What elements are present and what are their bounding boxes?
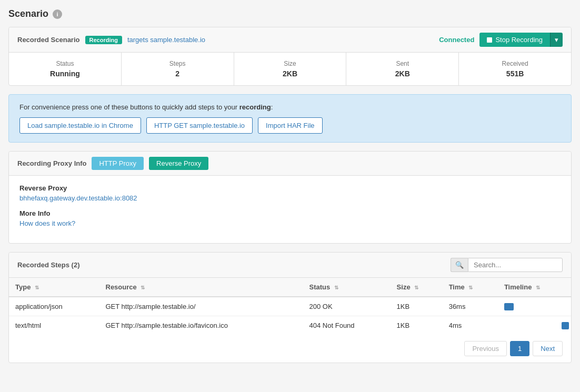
stop-recording-button[interactable]: Stop Recording bbox=[479, 33, 550, 47]
cell-resource: GET http://sample.testable.io/ bbox=[99, 297, 303, 316]
steps-header: Recorded Steps (2) 🔍 bbox=[9, 253, 571, 278]
search-icon: 🔍 bbox=[455, 261, 464, 269]
pagination-row: Previous 1 Next bbox=[9, 335, 571, 363]
load-chrome-button[interactable]: Load sample.testable.io in Chrome bbox=[19, 117, 141, 134]
cell-resource: GET http://sample.testable.io/favicon.ic… bbox=[99, 316, 303, 335]
stat-label: Received bbox=[467, 60, 563, 67]
recording-badge: Recording bbox=[85, 36, 122, 44]
stat-value: 2KB bbox=[355, 69, 450, 78]
stat-cell-received: Received551B bbox=[459, 53, 571, 85]
sort-type-icon[interactable]: ⇅ bbox=[35, 285, 39, 290]
how-does-it-work-link[interactable]: How does it work? bbox=[19, 219, 75, 227]
col-type: Type ⇅ bbox=[9, 278, 99, 297]
cell-size: 1KB bbox=[391, 316, 443, 335]
sort-status-icon[interactable]: ⇅ bbox=[334, 285, 338, 290]
table-row: text/html GET http://sample.testable.io/… bbox=[9, 316, 571, 335]
sort-time-icon[interactable]: ⇅ bbox=[468, 285, 473, 290]
search-input[interactable] bbox=[468, 258, 563, 272]
cell-type: text/html bbox=[9, 316, 99, 335]
stat-label: Sent bbox=[355, 60, 450, 67]
stat-cell-size: Size2KB bbox=[234, 53, 347, 85]
info-box-button-row: Load sample.testable.io in Chrome HTTP G… bbox=[19, 117, 561, 134]
stat-cell-sent: Sent2KB bbox=[346, 53, 459, 85]
sort-resource-icon[interactable]: ⇅ bbox=[141, 285, 145, 290]
stat-cell-steps: Steps2 bbox=[122, 53, 234, 85]
proxy-body: Reverse Proxy bhhefaxq.gateway.dev.testa… bbox=[9, 176, 571, 243]
col-status: Status ⇅ bbox=[303, 278, 391, 297]
reverse-proxy-label: Reverse Proxy bbox=[19, 184, 561, 192]
page-title: Scenario bbox=[8, 8, 48, 19]
stat-value: 2KB bbox=[243, 69, 338, 78]
next-button[interactable]: Next bbox=[533, 341, 563, 356]
info-box: For convenience press one of these butto… bbox=[8, 94, 572, 143]
info-message-prefix: For convenience press one of these butto… bbox=[19, 103, 239, 111]
col-size: Size ⇅ bbox=[391, 278, 443, 297]
targets-link[interactable]: targets sample.testable.io bbox=[127, 36, 205, 44]
connected-text: Connected bbox=[439, 36, 474, 44]
proxy-info-card: Recording Proxy Info HTTP Proxy Reverse … bbox=[8, 151, 572, 244]
import-har-button[interactable]: Import HAR File bbox=[258, 117, 322, 134]
stat-value: Running bbox=[17, 69, 113, 78]
info-icon[interactable]: i bbox=[53, 9, 62, 19]
tab-reverse-proxy[interactable]: Reverse Proxy bbox=[149, 157, 208, 170]
reverse-proxy-section: Reverse Proxy bhhefaxq.gateway.dev.testa… bbox=[19, 184, 561, 202]
cell-size: 1KB bbox=[391, 297, 443, 316]
steps-table: Type ⇅ Resource ⇅ Status ⇅ Size ⇅ Time ⇅… bbox=[9, 278, 571, 335]
sort-timeline-icon[interactable]: ⇅ bbox=[536, 285, 540, 290]
tab-http-proxy[interactable]: HTTP Proxy bbox=[92, 157, 144, 170]
col-resource: Resource ⇅ bbox=[99, 278, 303, 297]
cell-type: application/json bbox=[9, 297, 99, 316]
table-row: application/json GET http://sample.testa… bbox=[9, 297, 571, 316]
stat-label: Status bbox=[17, 60, 113, 67]
col-timeline: Timeline ⇅ bbox=[498, 278, 571, 297]
proxy-header-label: Recording Proxy Info bbox=[17, 159, 86, 167]
stat-cell-status: StatusRunning bbox=[9, 53, 122, 85]
cell-time: 36ms bbox=[443, 297, 498, 316]
recorded-scenario-card: Recorded Scenario Recording targets samp… bbox=[8, 27, 572, 86]
cell-status: 200 OK bbox=[303, 297, 391, 316]
steps-title: Recorded Steps (2) bbox=[17, 261, 79, 269]
sort-size-icon[interactable]: ⇅ bbox=[414, 285, 418, 290]
http-get-button[interactable]: HTTP GET sample.testable.io bbox=[146, 117, 253, 134]
reverse-proxy-url[interactable]: bhhefaxq.gateway.dev.testable.io:8082 bbox=[19, 194, 137, 202]
cell-time: 4ms bbox=[443, 316, 498, 335]
cell-timeline bbox=[498, 316, 571, 335]
stat-value: 2 bbox=[130, 69, 225, 78]
col-time: Time ⇅ bbox=[443, 278, 498, 297]
stop-recording-dropdown-button[interactable]: ▾ bbox=[550, 33, 563, 47]
status-bar-label: Recorded Scenario bbox=[17, 36, 80, 44]
stat-value: 551B bbox=[467, 69, 563, 78]
info-message-bold: recording bbox=[239, 103, 271, 111]
search-icon-box: 🔍 bbox=[451, 258, 468, 272]
stat-label: Size bbox=[243, 60, 338, 67]
cell-status: 404 Not Found bbox=[303, 316, 391, 335]
status-bar: Recorded Scenario Recording targets samp… bbox=[9, 27, 571, 53]
proxy-header: Recording Proxy Info HTTP Proxy Reverse … bbox=[9, 152, 571, 176]
more-info-section: More Info How does it work? bbox=[19, 209, 561, 227]
stats-row: StatusRunningSteps2Size2KBSent2KBReceive… bbox=[9, 53, 571, 85]
more-info-label: More Info bbox=[19, 209, 561, 217]
table-header-row: Type ⇅ Resource ⇅ Status ⇅ Size ⇅ Time ⇅… bbox=[9, 278, 571, 297]
info-message-suffix: : bbox=[271, 103, 273, 111]
cell-timeline bbox=[498, 297, 571, 316]
recorded-steps-card: Recorded Steps (2) 🔍 Type ⇅ Resource ⇅ S… bbox=[8, 252, 572, 363]
search-area: 🔍 bbox=[451, 258, 563, 272]
previous-button[interactable]: Previous bbox=[464, 341, 507, 356]
page-1-button[interactable]: 1 bbox=[510, 341, 529, 356]
stat-label: Steps bbox=[130, 60, 225, 67]
chevron-down-icon: ▾ bbox=[555, 36, 558, 44]
stop-recording-icon bbox=[487, 37, 492, 43]
